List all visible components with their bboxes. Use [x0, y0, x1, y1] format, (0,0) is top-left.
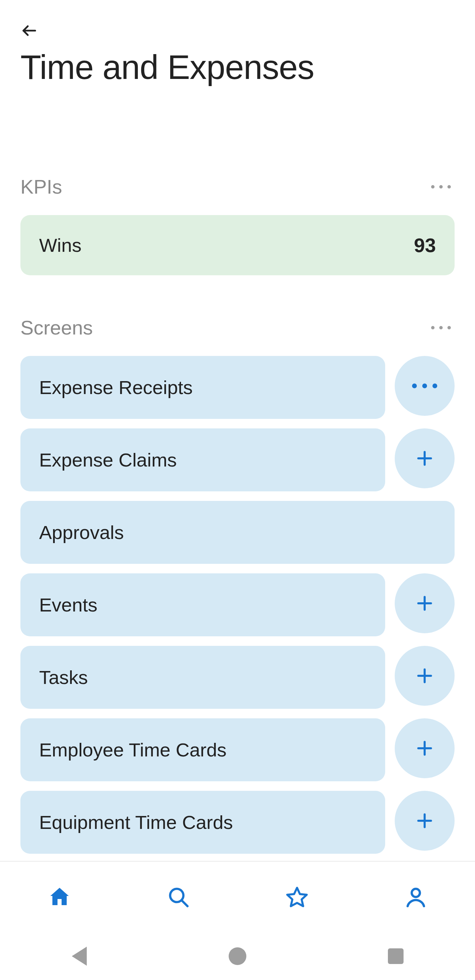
screen-item-label: Employee Time Cards — [39, 739, 227, 761]
plus-icon — [415, 449, 434, 468]
screen-action-add[interactable] — [395, 428, 454, 488]
screen-item-expense-claims[interactable]: Expense Claims — [21, 428, 385, 492]
screen-row: Approvals — [21, 501, 454, 564]
bottom-nav — [0, 861, 475, 932]
screen-row: Tasks — [21, 646, 454, 709]
screen-row: Equipment Time Cards — [21, 791, 454, 854]
plus-icon — [415, 739, 434, 758]
screen-row: Expense Receipts — [21, 356, 454, 419]
system-back[interactable] — [59, 936, 100, 977]
system-nav — [0, 932, 475, 980]
svg-line-1 — [182, 901, 187, 907]
kpi-value: 93 — [414, 234, 436, 256]
system-home[interactable] — [217, 936, 258, 977]
screen-item-tasks[interactable]: Tasks — [21, 646, 385, 709]
search-icon — [166, 885, 191, 909]
triangle-back-icon — [72, 947, 87, 966]
screen-row: Events — [21, 573, 454, 636]
screens-more-button[interactable] — [427, 319, 454, 336]
screen-item-label: Equipment Time Cards — [39, 811, 233, 833]
star-icon — [285, 885, 309, 909]
kpis-section: KPIs Wins 93 — [21, 175, 454, 275]
plus-icon — [415, 594, 434, 613]
screen-item-expense-receipts[interactable]: Expense Receipts — [21, 356, 385, 419]
screen-item-label: Expense Receipts — [39, 376, 192, 398]
kpis-section-label: KPIs — [21, 175, 62, 198]
kpi-label: Wins — [39, 234, 81, 256]
screen-item-employee-time-cards[interactable]: Employee Time Cards — [21, 718, 385, 781]
nav-search[interactable] — [158, 877, 199, 917]
screen-item-label: Tasks — [39, 666, 88, 688]
svg-point-2 — [412, 889, 420, 897]
circle-home-icon — [229, 947, 246, 965]
system-recent[interactable] — [375, 936, 416, 977]
screen-action-add[interactable] — [395, 791, 454, 851]
screen-item-label: Events — [39, 594, 97, 616]
screen-item-equipment-time-cards[interactable]: Equipment Time Cards — [21, 791, 385, 854]
plus-icon — [415, 666, 434, 685]
screens-section: Screens Expense Receipts Expense Cl — [21, 316, 454, 854]
more-horizontal-icon — [431, 326, 451, 329]
screen-row: Employee Time Cards — [21, 718, 454, 781]
arrow-left-icon — [21, 22, 38, 40]
person-icon — [404, 885, 428, 909]
back-button[interactable] — [21, 21, 41, 41]
screen-action-add[interactable] — [395, 646, 454, 706]
screen-action-add[interactable] — [395, 718, 454, 778]
page-title: Time and Expenses — [21, 48, 454, 87]
screens-section-label: Screens — [21, 316, 93, 339]
kpi-card-wins[interactable]: Wins 93 — [21, 215, 454, 275]
screen-item-label: Expense Claims — [39, 449, 177, 471]
screen-item-label: Approvals — [39, 521, 124, 543]
screen-action-more[interactable] — [395, 356, 454, 416]
home-icon — [47, 885, 72, 909]
nav-profile[interactable] — [396, 877, 436, 917]
screen-action-add[interactable] — [395, 573, 454, 633]
screen-row: Expense Claims — [21, 428, 454, 492]
plus-icon — [415, 811, 434, 830]
kpis-more-button[interactable] — [427, 178, 454, 195]
more-horizontal-icon — [431, 185, 451, 189]
screen-item-events[interactable]: Events — [21, 573, 385, 636]
nav-home[interactable] — [39, 877, 80, 917]
more-horizontal-icon — [412, 383, 437, 388]
screen-item-approvals[interactable]: Approvals — [21, 501, 454, 564]
square-recent-icon — [388, 948, 404, 964]
nav-favorites[interactable] — [276, 877, 318, 917]
